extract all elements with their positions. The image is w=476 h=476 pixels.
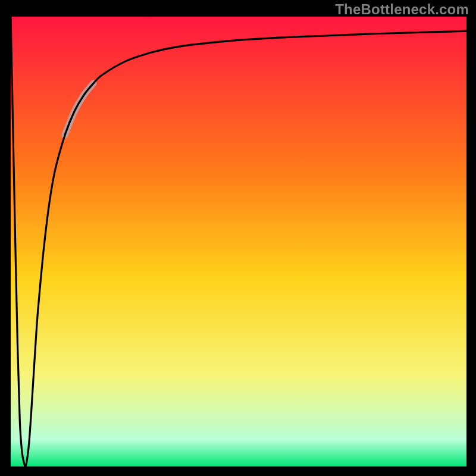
watermark-text: TheBottleneck.com bbox=[335, 1, 469, 18]
gradient-background bbox=[11, 17, 466, 466]
chart-svg bbox=[11, 17, 466, 466]
chart-frame: TheBottleneck.com bbox=[0, 0, 476, 476]
plot-area bbox=[11, 17, 466, 466]
